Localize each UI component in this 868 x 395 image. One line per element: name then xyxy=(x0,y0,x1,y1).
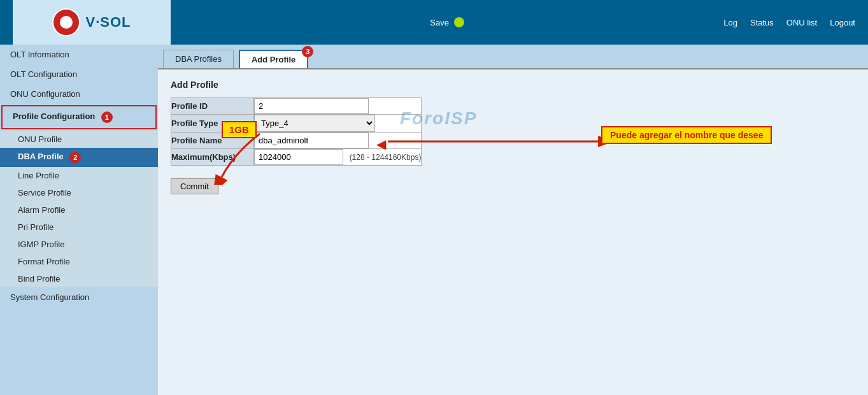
logout-link[interactable]: Logout xyxy=(830,18,855,27)
sidebar-item-dba-profile[interactable]: DBA Profile 2 xyxy=(0,148,158,167)
sidebar-item-service-profile[interactable]: Service Profile xyxy=(0,184,158,201)
header: V·SOL Save Log Status ONU list Logout xyxy=(0,0,868,45)
form-title: Add Profile xyxy=(171,80,855,90)
tabs-bar: DBA Profiles Add Profile 3 xyxy=(158,45,868,69)
sidebar-item-bind-profile[interactable]: Bind Profile xyxy=(0,270,158,287)
sidebar-item-olt-configuration[interactable]: OLT Configuration xyxy=(0,64,158,84)
form-area: Add Profile Profile ID Profile Type Type… xyxy=(158,69,868,205)
badge-2: 2 xyxy=(69,152,81,163)
logo-area: V·SOL xyxy=(13,0,171,45)
tab-add-profile[interactable]: Add Profile 3 xyxy=(239,50,308,68)
profile-id-input[interactable] xyxy=(254,98,369,114)
profile-id-label: Profile ID xyxy=(171,98,254,115)
status-link[interactable]: Status xyxy=(750,18,774,27)
badge-1: 1 xyxy=(101,111,113,123)
main-layout: OLT Information OLT Configuration ONU Co… xyxy=(0,45,868,395)
sidebar-item-system-configuration[interactable]: System Configuration xyxy=(0,287,158,307)
kbps-range-text: (128 - 1244160Kbps) xyxy=(350,153,422,162)
commit-area: Commit 1GB xyxy=(171,172,218,194)
logo-icon xyxy=(52,8,80,36)
header-save-area: Save xyxy=(430,17,464,27)
sidebar-item-onu-profile[interactable]: ONU Profile xyxy=(0,131,158,148)
sidebar-item-onu-configuration[interactable]: ONU Configuration xyxy=(0,84,158,104)
sidebar: OLT Information OLT Configuration ONU Co… xyxy=(0,45,158,395)
onu-list-link[interactable]: ONU list xyxy=(786,18,817,27)
badge-3: 3 xyxy=(302,46,313,57)
sidebar-item-alarm-profile[interactable]: Alarm Profile xyxy=(0,201,158,219)
arrow-right-icon: ◀ xyxy=(376,136,386,152)
log-link[interactable]: Log xyxy=(723,18,737,27)
sidebar-item-line-profile[interactable]: Line Profile xyxy=(0,167,158,184)
sidebar-item-profile-configuration[interactable]: Profile Configuration 1 xyxy=(1,105,157,129)
table-row: Profile ID xyxy=(171,98,422,115)
status-dot xyxy=(454,17,464,27)
sidebar-item-igmp-profile[interactable]: IGMP Profile xyxy=(0,236,158,253)
sidebar-item-olt-information[interactable]: OLT Information xyxy=(0,45,158,64)
tab-dba-profiles[interactable]: DBA Profiles xyxy=(163,50,234,68)
sidebar-item-format-profile[interactable]: Format Profile xyxy=(0,253,158,270)
callout-box: Puede agregar el nombre que desee xyxy=(601,126,772,144)
content-area: DBA Profiles Add Profile 3 Add Profile P… xyxy=(158,45,868,395)
label-1gb: 1GB xyxy=(222,121,257,138)
sidebar-item-pri-profile[interactable]: Pri Profile xyxy=(0,219,158,236)
save-label: Save xyxy=(430,18,449,27)
header-nav: Log Status ONU list Logout xyxy=(723,18,855,27)
logo-text: V·SOL xyxy=(85,14,131,31)
